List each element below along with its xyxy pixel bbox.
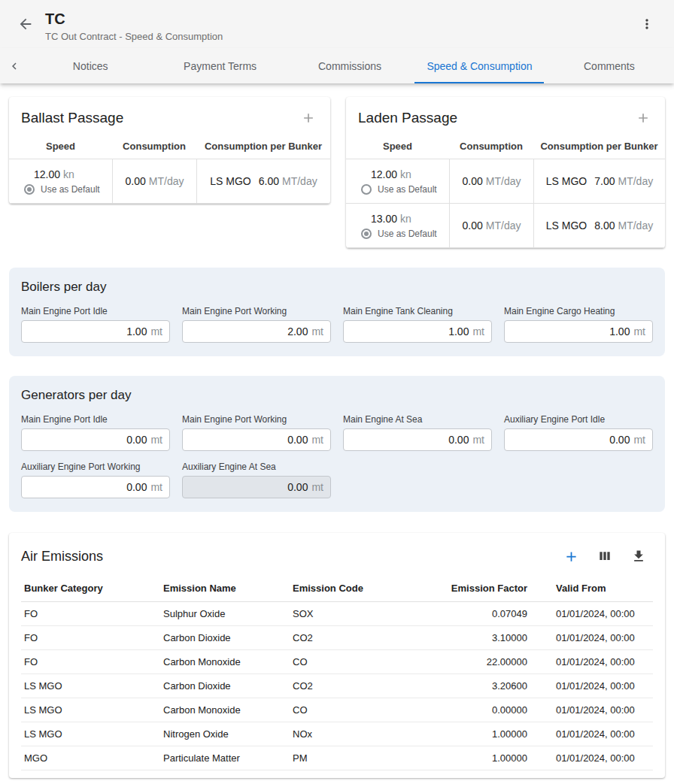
column-header-valid-from: Valid From	[530, 577, 653, 601]
add-ballast-speed-icon[interactable]	[299, 108, 318, 128]
emission-row[interactable]: FO Carbon Dioxide CO2 3.10000 01/01/2024…	[21, 626, 653, 650]
consumption-value: 0.00	[463, 219, 483, 232]
add-laden-speed-icon[interactable]	[633, 108, 653, 128]
tab-commissions[interactable]: Commissions	[285, 48, 414, 83]
bunker-category-cell: LS MGO	[21, 698, 160, 722]
gen-me-port-idle-input[interactable]: 0.00mt	[21, 428, 170, 451]
bunker-name: LS MGO	[546, 219, 587, 232]
gen-aux-port-idle-input[interactable]: 0.00mt	[504, 428, 653, 451]
speed-unit: kn	[400, 213, 411, 225]
emission-row[interactable]: LS MGO Carbon Monoxide CO 0.00000 01/01/…	[21, 698, 653, 722]
gen-me-port-working-input[interactable]: 0.00mt	[182, 428, 331, 451]
bunker-consumption-cell[interactable]: LS MGO7.00MT/day	[533, 159, 665, 203]
use-as-default-label: Use as Default	[41, 184, 100, 195]
laden-speed-row-1: 12.00 kn Use as Default 0.00MT/day LS MG…	[346, 159, 665, 204]
radio-selected-icon	[361, 229, 372, 239]
emission-factor-cell: 22.00000	[419, 650, 530, 674]
consumption-unit: MT/day	[486, 175, 521, 187]
column-header-speed: Speed	[346, 136, 449, 159]
use-as-default-label: Use as Default	[378, 229, 437, 239]
bunker-value: 7.00	[594, 175, 615, 187]
bunker-consumption-cell[interactable]: LS MGO6.00MT/day	[196, 159, 330, 203]
speed-unit: kn	[63, 168, 74, 180]
use-as-default-radio[interactable]: Use as Default	[361, 184, 437, 195]
bunker-value: 6.00	[259, 175, 279, 187]
emission-row[interactable]: FO Carbon Monoxide CO 22.00000 01/01/202…	[21, 650, 653, 674]
columns-icon[interactable]	[595, 546, 615, 566]
column-header-consumption: Consumption	[112, 136, 196, 159]
emission-factor-cell: 0.00000	[419, 698, 530, 722]
use-as-default-label: Use as Default	[378, 184, 437, 195]
field-gen-aux-port-working: Auxiliary Engine Port Working 0.00mt	[21, 462, 170, 498]
tab-comments[interactable]: Comments	[545, 48, 674, 83]
field-gen-me-port-idle: Main Engine Port Idle 0.00mt	[21, 414, 170, 451]
field-unit: mt	[633, 434, 645, 446]
kebab-menu-icon[interactable]	[635, 12, 659, 36]
tab-label: Speed & Consumption	[427, 60, 532, 72]
speed-cell[interactable]: 12.00 kn Use as Default	[346, 159, 449, 203]
field-unit: mt	[633, 325, 645, 338]
use-as-default-radio[interactable]: Use as Default	[24, 184, 100, 195]
field-gen-me-at-sea: Main Engine At Sea 0.00mt	[343, 414, 492, 451]
consumption-cell[interactable]: 0.00MT/day	[449, 204, 533, 247]
boiler-me-port-working-input[interactable]: 2.00mt	[182, 320, 331, 343]
generators-title: Generators per day	[21, 388, 653, 403]
field-label: Main Engine Port Working	[182, 306, 331, 316]
gen-me-at-sea-input[interactable]: 0.00mt	[343, 428, 492, 451]
tab-speed-consumption[interactable]: Speed & Consumption	[414, 48, 544, 83]
speed-cell[interactable]: 13.00 kn Use as Default	[346, 204, 449, 247]
bunker-value: 8.00	[594, 219, 615, 232]
main-content: Ballast Passage Speed Consumption Consum…	[0, 83, 674, 784]
field-value: 0.00	[126, 434, 147, 446]
field-label: Main Engine Port Working	[182, 414, 331, 425]
field-boiler-me-port-working: Main Engine Port Working 2.00mt	[182, 306, 331, 343]
field-gen-me-port-working: Main Engine Port Working 0.00mt	[182, 414, 331, 451]
tab-label: Commissions	[318, 60, 381, 72]
tab-notices[interactable]: Notices	[26, 48, 155, 83]
emission-factor-cell: 0.07049	[419, 602, 530, 625]
field-unit: mt	[150, 481, 162, 493]
field-label: Main Engine Tank Cleaning	[343, 306, 492, 316]
add-emission-icon[interactable]	[561, 546, 581, 566]
bunker-consumption-cell[interactable]: LS MGO8.00MT/day	[533, 204, 665, 247]
field-gen-aux-at-sea: Auxiliary Engine At Sea 0.00mt	[182, 462, 331, 498]
download-icon[interactable]	[629, 546, 648, 566]
field-unit: mt	[472, 325, 484, 338]
field-value: 0.00	[609, 434, 630, 446]
bunker-category-cell: LS MGO	[21, 674, 160, 698]
speed-cell[interactable]: 12.00 kn Use as Default	[9, 159, 112, 203]
use-as-default-radio[interactable]: Use as Default	[361, 229, 437, 239]
speed-value: 12.00	[371, 168, 397, 180]
boiler-me-port-idle-input[interactable]: 1.00mt	[21, 320, 170, 343]
boilers-section: Boilers per day Main Engine Port Idle 1.…	[9, 268, 665, 356]
app-header: TC TC Out Contract - Speed & Consumption	[0, 0, 674, 48]
laden-passage-card: Laden Passage Speed Consumption Consumpt…	[346, 97, 665, 248]
boiler-me-cargo-heating-input[interactable]: 1.00mt	[504, 320, 653, 343]
chevron-left-icon[interactable]	[0, 48, 26, 83]
radio-selected-icon	[24, 184, 35, 195]
air-emissions-title: Air Emissions	[21, 549, 103, 565]
field-value: 1.00	[448, 325, 469, 338]
tab-payment-terms[interactable]: Payment Terms	[155, 48, 284, 83]
field-unit: mt	[150, 325, 162, 338]
column-header-consumption-per-bunker: Consumption per Bunker	[196, 136, 330, 159]
emission-row[interactable]: LS MGO Nitrogen Oxide NOx 1.00000 01/01/…	[21, 722, 653, 746]
consumption-cell[interactable]: 0.00MT/day	[449, 159, 533, 203]
emission-row[interactable]: LS MGO Carbon Dioxide CO2 3.20600 01/01/…	[21, 674, 653, 698]
bunker-name: LS MGO	[546, 175, 587, 187]
consumption-cell[interactable]: 0.00MT/day	[112, 159, 196, 203]
consumption-value: 0.00	[126, 175, 146, 187]
bunker-unit: MT/day	[282, 175, 317, 187]
boiler-me-tank-cleaning-input[interactable]: 1.00mt	[343, 320, 492, 343]
field-label: Auxiliary Engine Port Idle	[504, 414, 653, 425]
field-label: Main Engine Port Idle	[21, 306, 170, 316]
emission-row[interactable]: MGO Particulate Matter PM 1.00000 01/01/…	[21, 746, 653, 770]
emission-row[interactable]: FO Sulphur Oxide SOX 0.07049 01/01/2024,…	[21, 602, 653, 626]
emission-name-cell: Carbon Dioxide	[160, 626, 290, 649]
back-arrow-icon[interactable]	[14, 12, 38, 36]
valid-from-cell: 01/01/2024, 00:00	[530, 722, 653, 746]
emission-factor-cell: 1.00000	[419, 746, 530, 770]
gen-aux-port-working-input[interactable]: 0.00mt	[21, 476, 170, 498]
bunker-unit: MT/day	[618, 175, 654, 187]
field-unit: mt	[472, 434, 484, 446]
